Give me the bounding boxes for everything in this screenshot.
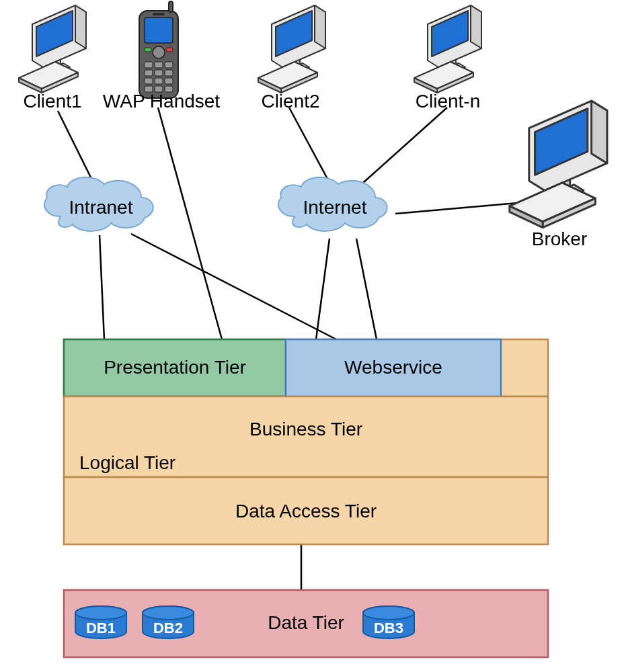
svg-line-22 [158,108,222,339]
intranet-label: Intranet [69,197,133,218]
business-tier-label: Business Tier [249,419,362,439]
webservice-label: Webservice [344,357,442,378]
client2-icon [258,5,325,93]
db2-label: DB2 [153,620,183,636]
logical-tier-label: Logical Tier [79,452,176,473]
client1-icon [19,5,86,93]
internet-label: Internet [303,197,367,218]
svg-line-26 [100,235,104,339]
logical-tier-group: Presentation Tier Webservice Business Ti… [64,339,548,544]
svg-line-23 [289,108,328,180]
svg-line-24 [363,108,447,183]
svg-line-21 [58,111,93,181]
svg-line-28 [316,239,329,339]
db3-label: DB3 [374,620,403,636]
svg-line-25 [395,203,518,214]
clientn-icon [414,5,481,93]
svg-line-27 [131,234,336,339]
wap-handset-label: WAP Handset [103,91,221,112]
wap-handset-icon [139,1,178,98]
presentation-tier-label: Presentation Tier [104,357,246,378]
svg-line-29 [356,239,377,339]
clientn-label: Client-n [416,91,480,112]
data-tier-label: Data Tier [268,612,344,633]
db1-label: DB1 [86,620,116,636]
client2-label: Client2 [261,91,319,112]
broker-icon [510,101,607,228]
data-access-tier-label: Data Access Tier [235,501,377,521]
client1-label: Client1 [23,91,81,112]
broker-label: Broker [532,228,587,249]
